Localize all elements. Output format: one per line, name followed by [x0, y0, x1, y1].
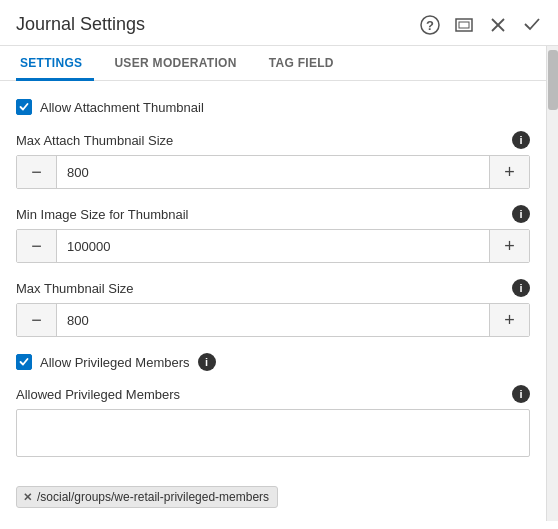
max-thumbnail-increment-button[interactable]: +	[489, 304, 529, 336]
allowed-privileged-members-label: Allowed Privileged Members	[16, 387, 180, 402]
title-bar-icons: ?	[420, 15, 542, 35]
max-thumbnail-info-icon[interactable]: i	[512, 279, 530, 297]
allow-attachment-thumbnail-checkbox[interactable]	[16, 99, 32, 115]
min-image-size-input-row: − +	[16, 229, 530, 263]
allow-privileged-members-checkbox[interactable]	[16, 354, 32, 370]
max-attach-thumbnail-size-input[interactable]	[57, 156, 489, 188]
allow-privileged-members-label: Allow Privileged Members	[40, 355, 190, 370]
scrollbar-thumb[interactable]	[548, 50, 558, 110]
window-icon[interactable]	[454, 15, 474, 35]
form-area: Allow Attachment Thumbnail Max Attach Th…	[0, 81, 546, 521]
allowed-privileged-info-icon[interactable]: i	[512, 385, 530, 403]
tag-chip-text: /social/groups/we-retail-privileged-memb…	[37, 490, 269, 504]
scrollbar-track	[546, 46, 558, 521]
max-thumbnail-size-label: Max Thumbnail Size	[16, 281, 134, 296]
max-thumbnail-size-input-row: − +	[16, 303, 530, 337]
allowed-privileged-members-input[interactable]	[16, 409, 530, 457]
min-image-info-icon[interactable]: i	[512, 205, 530, 223]
tab-tag-field[interactable]: TAG FIELD	[265, 46, 346, 81]
close-icon[interactable]	[488, 15, 508, 35]
max-attach-increment-button[interactable]: +	[489, 156, 529, 188]
max-thumbnail-label-row: Max Thumbnail Size i	[16, 279, 530, 297]
confirm-icon[interactable]	[522, 15, 542, 35]
tabs-bar: SETTINGS USER MODERATION TAG FIELD	[0, 46, 546, 81]
min-image-size-group: Min Image Size for Thumbnail i − +	[16, 205, 530, 263]
min-image-label-row: Min Image Size for Thumbnail i	[16, 205, 530, 223]
min-image-size-label: Min Image Size for Thumbnail	[16, 207, 188, 222]
max-attach-info-icon[interactable]: i	[512, 131, 530, 149]
max-attach-thumbnail-size-input-row: − +	[16, 155, 530, 189]
title-bar: Journal Settings ?	[0, 0, 558, 46]
max-attach-thumbnail-size-group: Max Attach Thumbnail Size i − +	[16, 131, 530, 189]
tag-chip-remove-button[interactable]: ✕	[23, 491, 32, 504]
tag-chip-container: ✕ /social/groups/we-retail-privileged-me…	[16, 486, 530, 508]
max-attach-decrement-button[interactable]: −	[17, 156, 57, 188]
content-area: SETTINGS USER MODERATION TAG FIELD Allow…	[0, 46, 546, 521]
min-image-decrement-button[interactable]: −	[17, 230, 57, 262]
tab-user-moderation[interactable]: USER MODERATION	[110, 46, 248, 81]
allow-privileged-members-row: Allow Privileged Members i	[16, 353, 530, 371]
min-image-size-input[interactable]	[57, 230, 489, 262]
allow-attachment-thumbnail-label: Allow Attachment Thumbnail	[40, 100, 204, 115]
tab-settings[interactable]: SETTINGS	[16, 46, 94, 81]
allow-attachment-thumbnail-row: Allow Attachment Thumbnail	[16, 99, 530, 115]
page-title: Journal Settings	[16, 14, 420, 35]
svg-rect-3	[459, 22, 469, 28]
max-thumbnail-size-input[interactable]	[57, 304, 489, 336]
help-icon[interactable]: ?	[420, 15, 440, 35]
allowed-privileged-members-group: Allowed Privileged Members i	[16, 385, 530, 470]
svg-text:?: ?	[426, 18, 434, 33]
svg-rect-2	[456, 19, 472, 31]
max-attach-label-row: Max Attach Thumbnail Size i	[16, 131, 530, 149]
max-attach-thumbnail-size-label: Max Attach Thumbnail Size	[16, 133, 173, 148]
max-thumbnail-decrement-button[interactable]: −	[17, 304, 57, 336]
max-thumbnail-size-group: Max Thumbnail Size i − +	[16, 279, 530, 337]
min-image-increment-button[interactable]: +	[489, 230, 529, 262]
main-wrapper: SETTINGS USER MODERATION TAG FIELD Allow…	[0, 46, 558, 521]
tag-chip: ✕ /social/groups/we-retail-privileged-me…	[16, 486, 278, 508]
allow-privileged-info-icon[interactable]: i	[198, 353, 216, 371]
allowed-privileged-label-row: Allowed Privileged Members i	[16, 385, 530, 403]
